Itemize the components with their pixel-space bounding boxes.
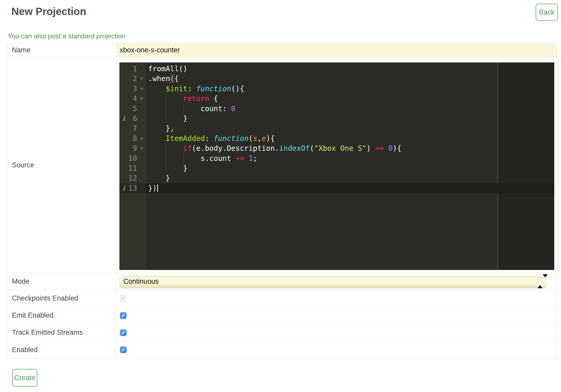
mode-label: Mode bbox=[8, 273, 116, 290]
fold-arrow-icon[interactable] bbox=[140, 98, 144, 100]
gutter-line-1: 1 bbox=[119, 64, 146, 74]
line-number: 10 bbox=[119, 154, 146, 163]
indent-guide bbox=[166, 114, 166, 124]
source-row: Source 123456i78910111213i fromAll().whe… bbox=[8, 57, 557, 273]
mode-select-value: Continuous bbox=[123, 277, 159, 286]
fold-arrow-icon[interactable] bbox=[140, 147, 144, 150]
code-line-6: } bbox=[146, 114, 554, 124]
enabled-row: Enabled bbox=[8, 341, 557, 358]
source-code-editor[interactable]: 123456i78910111213i fromAll().when({ $in… bbox=[119, 62, 554, 270]
enabled-checkbox[interactable] bbox=[120, 346, 127, 353]
indent-guide bbox=[166, 144, 166, 153]
select-sort-arrows-icon bbox=[537, 277, 543, 286]
gutter-line-10: 10 bbox=[119, 154, 146, 163]
gutter-line-6: 6i bbox=[119, 114, 146, 124]
indent-guide bbox=[166, 163, 166, 173]
fold-arrow-icon[interactable] bbox=[140, 88, 144, 90]
new-projection-page: New Projection Back You can also post a … bbox=[0, 0, 561, 392]
indent-guide bbox=[166, 94, 166, 104]
mode-select[interactable]: Continuous bbox=[119, 275, 547, 288]
fold-arrow-icon[interactable] bbox=[140, 138, 144, 140]
indent-guide bbox=[166, 154, 166, 163]
track-label: Track Emitted Streams bbox=[8, 324, 116, 341]
code-line-4: return { bbox=[146, 94, 554, 104]
code-line-5: count: 0 bbox=[146, 104, 554, 114]
name-row: Name bbox=[8, 43, 557, 57]
gutter-line-9: 9 bbox=[119, 144, 146, 153]
gutter-line-8: 8 bbox=[119, 134, 146, 144]
create-button[interactable]: Create bbox=[12, 369, 37, 387]
gutter-line-4: 4 bbox=[119, 94, 146, 104]
gutter-line-2: 2 bbox=[119, 74, 146, 84]
code-line-8: ItemAdded: function(s,e){ bbox=[146, 134, 554, 144]
code-line-7: }, bbox=[146, 124, 554, 133]
code-line-1: fromAll() bbox=[146, 64, 554, 74]
gutter-line-13: 13i bbox=[119, 183, 146, 193]
code-line-10: s.count += 1; bbox=[146, 154, 554, 163]
line-number: 1 bbox=[119, 64, 146, 74]
code-line-12: } bbox=[146, 173, 554, 183]
gutter-line-12: 12 bbox=[119, 173, 146, 183]
gutter-line-7: 7 bbox=[119, 124, 146, 133]
indent-guide bbox=[183, 104, 184, 114]
code-line-2: .when({ bbox=[146, 74, 554, 84]
editor-code-area[interactable]: fromAll().when({ $init: function(){ retu… bbox=[146, 62, 554, 270]
track-checkbox[interactable] bbox=[120, 329, 127, 336]
projection-form: Name Source 123456i78910111213i fromAll(… bbox=[7, 43, 557, 359]
info-annotation-icon: i bbox=[123, 183, 125, 193]
checkpoints-checkbox[interactable] bbox=[120, 295, 126, 302]
checkpoints-row: Checkpoints Enabled bbox=[8, 290, 557, 307]
emit-label: Emit Enabled bbox=[8, 307, 116, 324]
indent-guide bbox=[183, 154, 184, 163]
enabled-label: Enabled bbox=[8, 341, 116, 358]
line-number: 5 bbox=[119, 104, 146, 114]
code-line-11: } bbox=[146, 163, 554, 173]
standard-projection-link[interactable]: You can also post a standard projection bbox=[8, 32, 125, 40]
indent-guide bbox=[166, 104, 166, 114]
checkpoints-label: Checkpoints Enabled bbox=[8, 290, 116, 307]
gutter-line-11: 11 bbox=[119, 163, 146, 173]
source-label: Source bbox=[8, 57, 116, 273]
emit-checkbox[interactable] bbox=[120, 312, 127, 319]
back-button[interactable]: Back bbox=[536, 4, 558, 21]
page-title: New Projection bbox=[11, 6, 86, 17]
track-row: Track Emitted Streams bbox=[8, 324, 557, 341]
code-line-13: }) bbox=[146, 183, 554, 193]
name-input[interactable] bbox=[116, 43, 557, 57]
info-annotation-icon: i bbox=[123, 114, 125, 124]
line-number: 11 bbox=[119, 163, 146, 173]
line-number: 7 bbox=[119, 124, 146, 133]
line-number: 12 bbox=[119, 173, 146, 183]
fold-arrow-icon[interactable] bbox=[140, 78, 144, 80]
gutter-line-5: 5 bbox=[119, 104, 146, 114]
emit-row: Emit Enabled bbox=[8, 307, 557, 324]
editor-gutter: 123456i78910111213i bbox=[119, 62, 146, 270]
gutter-line-3: 3 bbox=[119, 84, 146, 94]
code-line-9: if(e.body.Description.indexOf("Xbox One … bbox=[146, 144, 554, 153]
name-label: Name bbox=[8, 43, 116, 57]
text-cursor bbox=[157, 184, 158, 192]
code-line-3: $init: function(){ bbox=[146, 84, 554, 94]
mode-row: Mode Continuous bbox=[8, 273, 557, 290]
